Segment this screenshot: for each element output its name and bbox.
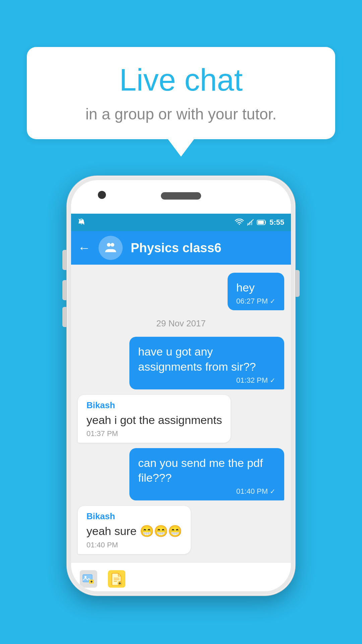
bottom-toolbar	[71, 562, 291, 592]
message-text: yeah sure 😁😁😁	[86, 524, 182, 538]
main-title: Live chat	[50, 63, 312, 97]
image-attach-icon	[80, 570, 97, 588]
group-icon	[103, 240, 118, 255]
phone-top-bar	[71, 180, 291, 214]
read-receipt: ✓	[270, 297, 276, 305]
battery-icon	[257, 219, 267, 226]
message-received-2: Bikash yeah sure 😁😁😁 01:40 PM	[78, 506, 191, 554]
message-text: can you send me the pdf file???	[138, 455, 276, 485]
chat-messages-area[interactable]: hey 06:27 PM ✓ 29 Nov 2017 have u got an…	[71, 265, 291, 562]
phone-mockup: 5:55 ← Physics class6 h	[67, 176, 295, 595]
status-bar: 5:55	[71, 214, 291, 231]
message-time: 01:32 PM	[236, 376, 268, 385]
svg-point-8	[111, 243, 114, 247]
status-time: 5:55	[269, 218, 284, 227]
message-sent-3: can you send me the pdf file??? 01:40 PM…	[129, 448, 284, 500]
attach-image-button[interactable]	[76, 567, 101, 591]
phone-inner: 5:55 ← Physics class6 h	[71, 180, 291, 591]
sender-name: Bikash	[86, 400, 222, 411]
read-receipt: ✓	[270, 487, 276, 495]
front-camera	[98, 191, 106, 199]
message-meta: 01:37 PM	[86, 429, 222, 438]
back-button[interactable]: ←	[78, 241, 90, 254]
message-text: yeah i got the assignments	[86, 413, 222, 427]
chat-title: Physics class6	[131, 241, 221, 255]
message-meta: 01:40 PM ✓	[138, 487, 276, 496]
group-avatar	[99, 236, 123, 260]
message-meta: 06:27 PM ✓	[236, 297, 276, 306]
document-attach-icon	[108, 570, 125, 588]
message-meta: 01:40 PM	[86, 541, 182, 549]
attach-document-button[interactable]	[105, 567, 129, 591]
subtitle-text: in a group or with your tutor.	[50, 105, 312, 123]
document-icon	[111, 573, 123, 585]
signal-icon	[247, 219, 254, 226]
status-left-icons	[78, 218, 85, 227]
phone-outer-shell: 5:55 ← Physics class6 h	[67, 176, 295, 595]
speech-bubble-card: Live chat in a group or with your tutor.	[27, 47, 335, 139]
read-receipt: ✓	[270, 376, 276, 384]
message-sent-2: have u got any assignments from sir?? 01…	[129, 337, 284, 389]
image-icon	[82, 574, 95, 584]
message-sent-1: hey 06:27 PM ✓	[228, 273, 284, 310]
notification-icon	[78, 218, 85, 227]
app-header: ← Physics class6	[71, 231, 291, 265]
message-meta: 01:32 PM ✓	[138, 376, 276, 385]
message-received-1: Bikash yeah i got the assignments 01:37 …	[78, 395, 231, 443]
speaker-grille	[161, 192, 201, 200]
sender-name: Bikash	[86, 511, 182, 522]
wifi-icon	[235, 219, 244, 226]
status-right-icons: 5:55	[235, 218, 284, 227]
date-divider: 29 Nov 2017	[78, 318, 284, 329]
message-text: hey	[236, 280, 276, 295]
message-time: 06:27 PM	[236, 297, 268, 306]
message-time: 01:40 PM	[236, 487, 268, 496]
svg-rect-6	[258, 221, 264, 224]
svg-point-7	[107, 243, 111, 247]
message-text: have u got any assignments from sir??	[138, 344, 276, 374]
